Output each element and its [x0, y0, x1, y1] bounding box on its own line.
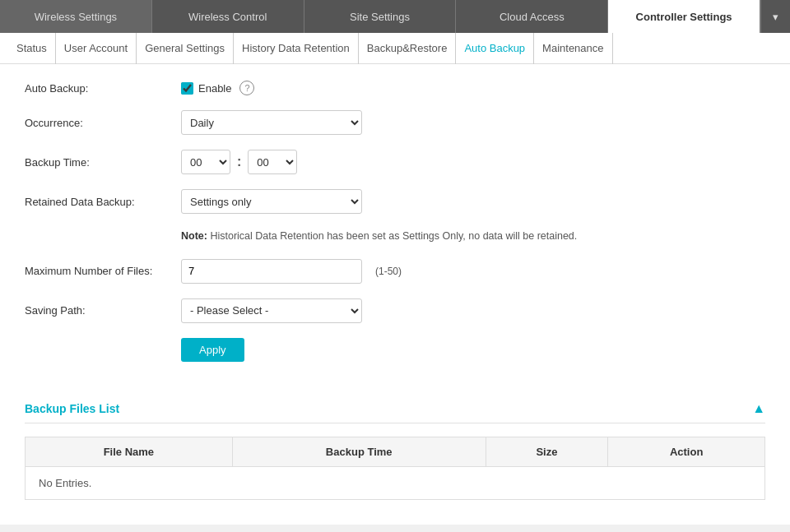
note-content: Historical Data Retention has been set a… — [210, 230, 577, 242]
col-action: Action — [608, 437, 765, 466]
note-bold: Note: — [181, 230, 207, 242]
auto-backup-row: Auto Backup: Enable ? — [25, 81, 765, 95]
subnav-auto-backup[interactable]: Auto Backup — [456, 33, 534, 64]
tab-wireless-settings[interactable]: Wireless Settings — [0, 0, 152, 33]
col-backup-time: Backup Time — [232, 437, 486, 466]
backup-time-control: 00 : 00 — [181, 150, 297, 174]
max-files-control: (1-50) — [181, 259, 402, 284]
col-size: Size — [486, 437, 608, 466]
tab-cloud-access[interactable]: Cloud Access — [456, 0, 608, 33]
occurrence-row: Occurrence: Daily Weekly Monthly — [25, 110, 765, 135]
occurrence-label: Occurrence: — [25, 117, 181, 129]
table-header-row: File Name Backup Time Size Action — [26, 437, 765, 466]
subnav-maintenance[interactable]: Maintenance — [534, 33, 612, 64]
saving-path-select[interactable]: - Please Select - — [181, 298, 362, 323]
subnav-backup-restore[interactable]: Backup&Restore — [359, 33, 457, 64]
subnav-user-account[interactable]: User Account — [56, 33, 137, 64]
occurrence-select[interactable]: Daily Weekly Monthly — [181, 110, 362, 135]
enable-label: Enable — [198, 82, 231, 95]
occurrence-control: Daily Weekly Monthly — [181, 110, 362, 135]
table-header: File Name Backup Time Size Action — [26, 437, 765, 466]
table-row: No Entries. — [26, 466, 765, 499]
main-content: Auto Backup: Enable ? Occurrence: Daily … — [0, 64, 790, 525]
backup-minute-select[interactable]: 00 — [248, 150, 297, 174]
retained-data-select[interactable]: Settings only All Data — [181, 189, 362, 214]
saving-path-row: Saving Path: - Please Select - — [25, 298, 765, 323]
apply-row: Apply — [25, 338, 765, 382]
retained-data-label: Retained Data Backup: — [25, 196, 181, 208]
subnav-history-data-retention[interactable]: History Data Retention — [234, 33, 359, 64]
max-files-range: (1-50) — [375, 266, 402, 277]
apply-button[interactable]: Apply — [181, 338, 244, 362]
max-files-label: Maximum Number of Files: — [25, 265, 181, 277]
backup-files-table: File Name Backup Time Size Action No Ent… — [25, 437, 765, 500]
saving-path-control: - Please Select - — [181, 298, 362, 323]
auto-backup-label: Auto Backup: — [25, 82, 181, 95]
backup-files-section-header: Backup Files List ▲ — [25, 401, 765, 423]
retained-data-row: Retained Data Backup: Settings only All … — [25, 189, 765, 214]
time-colon: : — [237, 155, 241, 169]
tab-site-settings[interactable]: Site Settings — [304, 0, 457, 33]
top-navigation: Wireless Settings Wireless Control Site … — [0, 0, 790, 33]
tab-controller-settings[interactable]: Controller Settings — [608, 0, 760, 33]
tab-wireless-control[interactable]: Wireless Control — [152, 0, 304, 33]
table-body: No Entries. — [26, 466, 765, 499]
saving-path-label: Saving Path: — [25, 304, 181, 317]
subnav-general-settings[interactable]: General Settings — [137, 33, 234, 64]
auto-backup-control: Enable ? — [181, 81, 254, 95]
top-nav-dropdown[interactable]: ▾ — [760, 0, 790, 33]
subnav-status[interactable]: Status — [8, 33, 56, 64]
backup-time-row: Backup Time: 00 : 00 — [25, 150, 765, 174]
sub-navigation: Status User Account General Settings His… — [0, 33, 790, 64]
backup-hour-select[interactable]: 00 — [181, 150, 230, 174]
backup-files-title[interactable]: Backup Files List — [25, 402, 119, 415]
max-files-input[interactable] — [181, 259, 362, 284]
help-icon[interactable]: ? — [239, 81, 254, 95]
col-file-name: File Name — [26, 437, 233, 466]
retained-data-control: Settings only All Data — [181, 189, 362, 214]
enable-checkbox[interactable] — [181, 82, 193, 95]
collapse-icon[interactable]: ▲ — [752, 401, 765, 416]
note-text: Note: Historical Data Retention has been… — [181, 229, 765, 244]
max-files-row: Maximum Number of Files: (1-50) — [25, 259, 765, 284]
no-entries-cell: No Entries. — [26, 466, 765, 499]
backup-time-label: Backup Time: — [25, 156, 181, 169]
